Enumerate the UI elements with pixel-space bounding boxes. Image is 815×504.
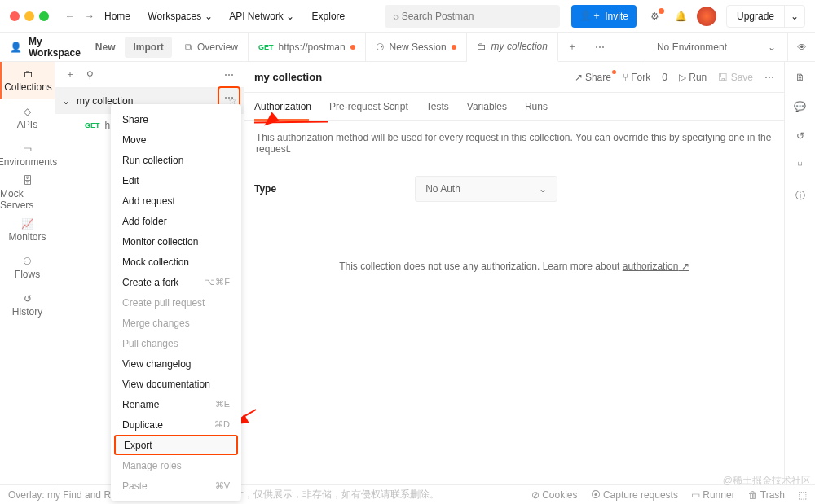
- footer-trash[interactable]: 🗑 Trash: [748, 489, 785, 501]
- tabs: ⧉Overview GEThttps://postman ⚆New Sessio…: [175, 33, 645, 61]
- ctx-add-folder[interactable]: Add folder: [111, 211, 241, 231]
- more-icon[interactable]: ⋯: [224, 69, 234, 81]
- subtab-prerequest[interactable]: Pre-request Script: [329, 101, 408, 112]
- tab-overview[interactable]: ⧉Overview: [175, 33, 249, 62]
- top-bar: ← → Home Workspaces ⌄ API Network ⌄ Expl…: [0, 0, 815, 33]
- chevron-down-icon: ⌄: [286, 11, 294, 22]
- new-button[interactable]: New: [87, 37, 124, 58]
- filter-icon[interactable]: ⚲: [86, 69, 94, 81]
- footer-runner[interactable]: ▭ Runner: [691, 489, 735, 501]
- forward-icon[interactable]: →: [85, 11, 98, 22]
- notification-dot: [659, 8, 664, 14]
- right-rail: 🗎 💬 ↺ ⑂ ⓘ: [784, 62, 815, 484]
- watermark: @稀土掘金技术社区: [723, 474, 811, 488]
- share-button[interactable]: ↗ Share: [575, 72, 611, 83]
- auth-empty-info: This collection does not use any authori…: [244, 261, 784, 272]
- mock-icon: 🗄: [23, 175, 33, 186]
- workspace-selector[interactable]: 👤 My Workspace New Import: [0, 33, 175, 61]
- invite-button[interactable]: 👤＋Invite: [571, 5, 637, 28]
- rail-history[interactable]: ↺History: [0, 287, 55, 324]
- maximize-window-icon[interactable]: [39, 11, 49, 21]
- new-tab-button[interactable]: ＋: [558, 40, 586, 54]
- run-button[interactable]: ▷ Run: [679, 72, 707, 83]
- ctx-share[interactable]: Share: [111, 109, 241, 129]
- upgrade-button[interactable]: Upgrade⌄: [726, 5, 805, 28]
- fork-button[interactable]: ⑂ Fork: [623, 72, 650, 83]
- tab-session[interactable]: ⚆New Session: [366, 33, 467, 62]
- settings-icon[interactable]: ⚙: [645, 6, 666, 27]
- comments-icon[interactable]: 💬: [794, 101, 806, 112]
- collection-title: my collection: [254, 71, 322, 83]
- ctx-pull-request: Create pull request: [111, 292, 241, 313]
- chevron-down-icon[interactable]: ⌄: [62, 95, 72, 107]
- rail-mock-servers[interactable]: 🗄Mock Servers: [0, 174, 55, 212]
- rail-environments[interactable]: ▭Environments: [0, 137, 55, 174]
- ctx-mock[interactable]: Mock collection: [111, 252, 241, 272]
- overview-icon: ⧉: [185, 42, 192, 53]
- chevron-down-icon[interactable]: ⌄: [784, 6, 804, 27]
- subtab-tests[interactable]: Tests: [426, 101, 449, 112]
- left-rail: 🗀Collections ◇APIs ▭Environments 🗄Mock S…: [0, 62, 55, 484]
- tab-collection[interactable]: 🗀my collection: [467, 33, 558, 62]
- docs-icon[interactable]: 🗎: [795, 72, 805, 83]
- rail-collections[interactable]: 🗀Collections: [0, 62, 55, 99]
- nav-explore[interactable]: Explore: [312, 11, 346, 22]
- ctx-docs[interactable]: View documentation: [111, 374, 241, 394]
- nav-workspaces[interactable]: Workspaces ⌄: [148, 11, 212, 22]
- minimize-window-icon[interactable]: [24, 11, 34, 21]
- footer-capture[interactable]: ⦿ Capture requests: [591, 489, 678, 501]
- search-input[interactable]: ⌕ Search Postman: [385, 5, 560, 28]
- footer-cookies[interactable]: ⊘ Cookies: [531, 489, 578, 501]
- ctx-move[interactable]: Move: [111, 129, 241, 150]
- window-controls: [10, 11, 49, 21]
- sidebar-toolbar: ＋ ⚲ ⋯: [55, 62, 244, 88]
- chevron-down-icon: ⌄: [205, 11, 213, 22]
- invite-icon: 👤＋: [579, 9, 601, 23]
- eye-icon[interactable]: 👁: [787, 33, 815, 61]
- fork-icon[interactable]: ⑂: [797, 160, 803, 171]
- chevron-down-icon: ⌄: [539, 183, 547, 195]
- more-icon[interactable]: ⋯: [764, 72, 774, 83]
- footer-help-icon[interactable]: ⬚: [798, 489, 807, 501]
- auth-type-dropdown[interactable]: No Auth⌄: [415, 176, 557, 202]
- ctx-edit[interactable]: Edit: [111, 170, 241, 191]
- second-bar: 👤 My Workspace New Import ⧉Overview GETh…: [0, 33, 815, 62]
- search-icon: ⌕: [393, 11, 399, 22]
- back-icon[interactable]: ←: [65, 11, 78, 22]
- ctx-run[interactable]: Run collection: [111, 150, 241, 170]
- ctx-add-request[interactable]: Add request: [111, 191, 241, 211]
- save-button[interactable]: 🖫 Save: [718, 72, 753, 83]
- unsaved-dot: [350, 45, 355, 50]
- ctx-export[interactable]: Export: [114, 435, 238, 455]
- subtab-variables[interactable]: Variables: [467, 101, 507, 112]
- info-icon[interactable]: ⓘ: [795, 189, 805, 203]
- authorization-link[interactable]: authorization ↗: [623, 261, 689, 272]
- close-window-icon[interactable]: [10, 11, 20, 21]
- nav-home[interactable]: Home: [104, 11, 130, 22]
- tab-more-icon[interactable]: ⋯: [586, 42, 614, 53]
- ctx-paste: Paste⌘V: [111, 476, 241, 496]
- plus-icon[interactable]: ＋: [65, 68, 75, 81]
- history-icon: ↺: [24, 293, 32, 305]
- notifications-icon[interactable]: 🔔: [671, 6, 692, 27]
- avatar[interactable]: [697, 7, 716, 26]
- environment-selector[interactable]: No Environment⌄: [645, 33, 787, 61]
- ctx-rename[interactable]: Rename⌘E: [111, 394, 241, 414]
- ctx-fork[interactable]: Create a fork⌥⌘F: [111, 272, 241, 292]
- subtab-runs[interactable]: Runs: [525, 101, 548, 112]
- ctx-duplicate[interactable]: Duplicate⌘D: [111, 414, 241, 435]
- rail-flows[interactable]: ⚇Flows: [0, 249, 55, 287]
- nav-api-network[interactable]: API Network ⌄: [229, 11, 294, 22]
- unsaved-dot: [452, 45, 456, 50]
- ctx-monitor[interactable]: Monitor collection: [111, 231, 241, 252]
- api-icon: ◇: [24, 106, 31, 117]
- ctx-manage-roles: Manage roles: [111, 455, 241, 476]
- subtab-authorization[interactable]: Authorization: [254, 101, 311, 112]
- rail-apis[interactable]: ◇APIs: [0, 99, 55, 137]
- top-nav: Home Workspaces ⌄ API Network ⌄ Explore: [104, 11, 359, 22]
- tab-request[interactable]: GEThttps://postman: [249, 33, 366, 62]
- rail-monitors[interactable]: 📈Monitors: [0, 212, 55, 249]
- ctx-changelog[interactable]: View changelog: [111, 353, 241, 374]
- import-button[interactable]: Import: [125, 37, 171, 58]
- history-icon[interactable]: ↺: [796, 130, 804, 142]
